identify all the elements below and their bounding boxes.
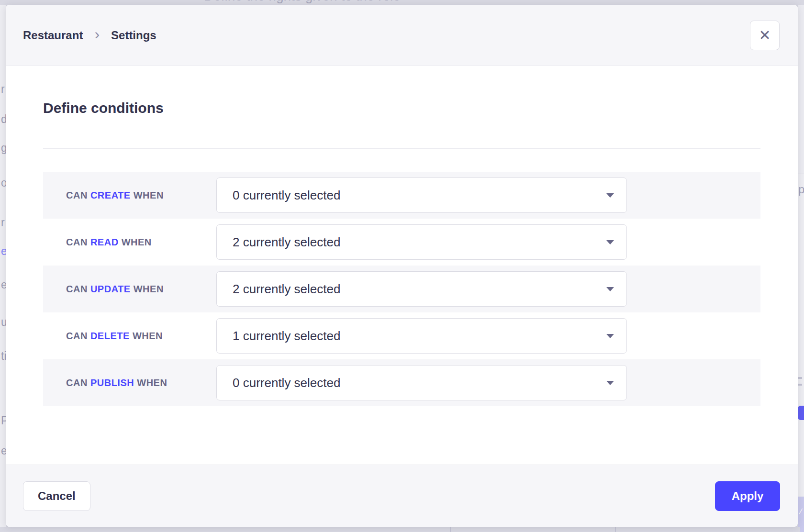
caret-down-icon: [606, 240, 614, 244]
label-action: DELETE: [90, 331, 130, 341]
page-root: Define the rights given to the role r d …: [0, 0, 804, 532]
background-text-fragment: d: [1, 113, 6, 126]
background-text-fragment: er: [1, 278, 6, 291]
condition-label-publish: CAN PUBLISH WHEN: [43, 377, 216, 388]
caret-down-icon: [606, 381, 614, 385]
condition-label-read: CAN READ WHEN: [43, 237, 216, 248]
background-card-edge: [798, 5, 804, 174]
background-text-fragment: ti: [1, 350, 6, 363]
background-list-line-fragment: [798, 384, 802, 386]
condition-row-delete: CAN DELETE WHEN 1 currently selected: [43, 312, 760, 359]
modal-header: Restaurant › Settings ✕: [6, 5, 798, 66]
define-conditions-modal: Restaurant › Settings ✕ Define condition…: [6, 5, 798, 527]
label-suffix: WHEN: [133, 331, 163, 341]
close-button[interactable]: ✕: [750, 21, 780, 50]
background-bottom-strip: [0, 527, 804, 532]
background-page-heading: Define the rights given to the role: [204, 0, 401, 4]
background-divider-fragment: [798, 174, 804, 174]
conditions-select-update[interactable]: 2 currently selected: [216, 271, 627, 307]
caret-down-icon: [606, 334, 614, 338]
select-value: 2 currently selected: [233, 235, 340, 250]
label-suffix: WHEN: [134, 190, 164, 200]
background-text-fragment: r: [1, 83, 5, 96]
label-prefix: CAN: [66, 190, 88, 200]
background-text-fragment: e: [1, 245, 6, 258]
caret-down-icon: [606, 287, 614, 291]
condition-label-delete: CAN DELETE WHEN: [43, 331, 216, 342]
label-action: UPDATE: [90, 284, 131, 294]
background-checkbox-fragment: ⁄: [798, 497, 804, 527]
background-text-fragment: p: [798, 183, 804, 196]
label-prefix: CAN: [66, 377, 88, 388]
breadcrumb: Restaurant › Settings: [23, 28, 156, 43]
breadcrumb-item-restaurant: Restaurant: [23, 29, 83, 42]
conditions-select-publish[interactable]: 0 currently selected: [216, 365, 627, 400]
label-suffix: WHEN: [137, 377, 167, 388]
condition-row-create: CAN CREATE WHEN 0 currently selected: [43, 172, 760, 219]
label-action: PUBLISH: [90, 377, 134, 388]
close-icon: ✕: [759, 28, 770, 43]
background-grid-line: [450, 527, 451, 532]
conditions-select-delete[interactable]: 1 currently selected: [216, 318, 627, 354]
label-prefix: CAN: [66, 331, 88, 341]
breadcrumb-item-settings: Settings: [111, 29, 156, 42]
condition-row-update: CAN UPDATE WHEN 2 currently selected: [43, 266, 760, 312]
label-action: READ: [90, 237, 119, 247]
background-checkbox-fragment: [800, 527, 804, 532]
background-left-strip: r d g o r e er u ti P e: [0, 5, 6, 527]
select-value: 1 currently selected: [233, 329, 340, 344]
background-text-fragment: P: [1, 414, 6, 427]
background-button-fragment: [798, 406, 804, 420]
modal-footer: Cancel Apply: [6, 465, 798, 527]
select-value: 0 currently selected: [233, 188, 340, 203]
background-grid-line: [615, 527, 616, 532]
background-right-strip: p ⁄: [798, 5, 804, 527]
conditions-list: CAN CREATE WHEN 0 currently selected CAN…: [43, 172, 760, 406]
select-value: 2 currently selected: [233, 282, 340, 297]
conditions-select-create[interactable]: 0 currently selected: [216, 177, 627, 213]
title-divider: [43, 148, 760, 149]
background-top-strip: Define the rights given to the role: [0, 0, 804, 5]
condition-row-read: CAN READ WHEN 2 currently selected: [43, 219, 760, 266]
label-action: CREATE: [90, 190, 131, 200]
apply-button[interactable]: Apply: [715, 481, 780, 511]
background-text-fragment: e: [1, 444, 6, 457]
background-text-fragment: u: [1, 316, 6, 329]
label-prefix: CAN: [66, 237, 88, 247]
conditions-select-read[interactable]: 2 currently selected: [216, 224, 627, 260]
label-suffix: WHEN: [122, 237, 152, 247]
condition-label-create: CAN CREATE WHEN: [43, 190, 216, 201]
cancel-button[interactable]: Cancel: [23, 481, 90, 511]
background-text-fragment: r: [1, 216, 5, 229]
modal-body: Define conditions CAN CREATE WHEN 0 curr…: [6, 66, 798, 465]
background-text-fragment: o: [1, 177, 6, 189]
background-text-fragment: g: [1, 142, 6, 155]
chevron-right-icon: ›: [94, 28, 100, 43]
label-prefix: CAN: [66, 284, 88, 294]
label-suffix: WHEN: [134, 284, 164, 294]
condition-label-update: CAN UPDATE WHEN: [43, 284, 216, 295]
condition-row-publish: CAN PUBLISH WHEN 0 currently selected: [43, 359, 760, 406]
background-list-line-fragment: [798, 377, 802, 379]
modal-title: Define conditions: [43, 99, 760, 118]
caret-down-icon: [606, 193, 614, 198]
select-value: 0 currently selected: [233, 376, 340, 390]
